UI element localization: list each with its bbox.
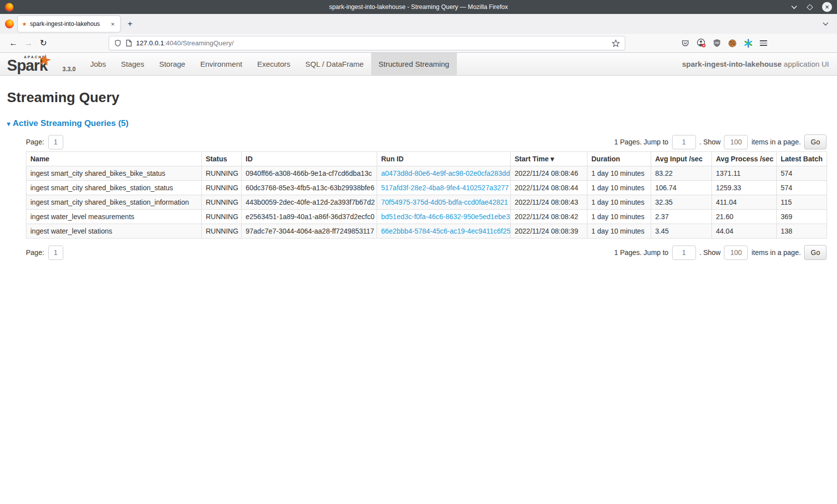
ublock-shield-icon[interactable]: UO [713,39,721,47]
cell-avg-input: 83.22 [651,166,712,181]
window-title: spark-ingest-into-lakehouse - Streaming … [0,3,837,10]
nav-item-stages[interactable]: Stages [114,53,152,75]
nav-item-sql-dataframe[interactable]: SQL / DataFrame [298,53,371,75]
jump-to-input[interactable] [672,246,696,260]
table-row: ingest water_level measurementsRUNNINGe2… [26,210,827,224]
cookie-extension-icon[interactable] [728,39,737,48]
cell-name: ingest water_level stations [26,224,202,239]
table-row: ingest smart_city shared_bikes_bike_stat… [26,166,827,181]
col-header-duration[interactable]: Duration [587,152,651,166]
cell-run-id: bd51ed3c-f0fa-46c6-8632-950e5ed1ebe3 [377,210,511,224]
browser-tabbar: ★ spark-ingest-into-lakehous × + [0,14,837,34]
table-row: ingest smart_city shared_bikes_station_i… [26,195,827,210]
col-header-start-time[interactable]: Start Time ▾ [511,152,587,166]
url-bar[interactable]: 127.0.0.1:4040/StreamingQuery/ [109,36,625,50]
cell-avg-input: 3.45 [651,224,712,239]
tab-close-button[interactable]: × [109,20,116,28]
window-maximize-button[interactable] [808,2,812,11]
shield-icon[interactable] [114,39,122,47]
spark-logo[interactable]: APACHE Spark ★ 3.3.0 [7,53,70,75]
items-per-page-input[interactable] [724,135,748,149]
url-path: :4040/StreamingQuery/ [164,39,234,47]
account-extension-icon[interactable] [697,38,706,48]
back-button[interactable]: ← [6,38,21,48]
page-info-icon[interactable] [126,39,132,47]
page-number-input[interactable] [48,246,63,260]
asterisk-extension-icon[interactable] [744,39,753,48]
cell-avg-input: 106.74 [651,181,712,195]
cell-start-time: 2022/11/24 08:08:42 [511,210,587,224]
active-queries-section-toggle[interactable]: ▾Active Streaming Queries (5) [7,119,837,128]
cell-status: RUNNING [202,195,242,210]
bookmark-star-icon[interactable] [612,39,620,47]
cell-duration: 1 day 10 minutes [587,195,651,210]
run-id-link[interactable]: 70f54975-375d-4d05-bdfa-ccd0fae42821 [381,198,508,206]
cell-id: e2563451-1a89-40a1-a86f-36d37d2ecfc0 [242,210,377,224]
nav-item-jobs[interactable]: Jobs [83,53,114,75]
cell-status: RUNNING [202,224,242,239]
cell-latest-batch: 574 [777,166,827,181]
run-id-link[interactable]: bd51ed3c-f0fa-46c6-8632-950e5ed1ebe3 [381,213,510,221]
spark-version: 3.3.0 [62,66,76,73]
run-id-link[interactable]: 66e2bbb4-5784-45c6-ac19-4ec9411c6f25 [381,227,511,235]
cell-avg-process: 411.04 [712,195,777,210]
col-header-id[interactable]: ID [242,152,377,166]
pages-summary: 1 Pages. Jump to [614,138,669,146]
pages-summary: 1 Pages. Jump to [614,249,669,256]
nav-item-environment[interactable]: Environment [193,53,250,75]
nav-item-storage[interactable]: Storage [151,53,193,75]
spark-star-icon: ★ [36,50,53,70]
menu-icon[interactable] [760,39,767,47]
items-per-page-input[interactable] [724,246,748,260]
pocket-icon[interactable] [681,39,690,47]
cell-start-time: 2022/11/24 08:08:43 [511,195,587,210]
browser-tab[interactable]: ★ spark-ingest-into-lakehous × [18,16,120,32]
svg-text:UO: UO [715,41,719,44]
reload-button[interactable]: ↻ [36,38,51,48]
go-button[interactable]: Go [804,245,827,260]
url-text: 127.0.0.1:4040/StreamingQuery/ [136,39,234,47]
tab-title: spark-ingest-into-lakehous [30,20,107,27]
cell-run-id: 70f54975-375d-4d05-bdfa-ccd0fae42821 [377,195,511,210]
table-header-row: Name Status ID Run ID Start Time ▾ Durat… [26,152,827,166]
cell-run-id: 517afd3f-28e2-4ba8-9fe4-4102527a3277 [377,181,511,195]
application-title: spark-ingest-into-lakehouse application … [682,60,837,68]
section-title: Active Streaming Queries (5) [13,119,129,128]
jump-to-input[interactable] [672,135,696,149]
firefox-logo-icon [5,3,13,11]
forward-button[interactable]: → [21,38,36,48]
cell-latest-batch: 115 [777,195,827,210]
page-label: Page: [26,138,44,146]
list-all-tabs-button[interactable] [818,21,833,26]
pagination-top: Page: 1 Pages. Jump to . Show items in a… [26,134,827,149]
run-id-link[interactable]: a0473d8d-80e6-4e9f-ac98-02e0cfa283dd [381,169,510,177]
cell-name: ingest smart_city shared_bikes_station_s… [26,181,202,195]
col-header-avg-input[interactable]: Avg Input /sec [651,152,712,166]
window-close-button[interactable]: × [822,2,832,12]
cell-avg-input: 2.37 [651,210,712,224]
page-number-input[interactable] [48,135,63,149]
spark-nav-menu: Jobs Stages Storage Environment Executor… [83,53,457,75]
cell-duration: 1 day 10 minutes [587,210,651,224]
cell-avg-input: 32.35 [651,195,712,210]
cell-avg-process: 1259.33 [712,181,777,195]
application-name: spark-ingest-into-lakehouse [682,60,782,68]
col-header-avg-process[interactable]: Avg Process /sec [712,152,777,166]
col-header-status[interactable]: Status [202,152,242,166]
nav-item-structured-streaming[interactable]: Structured Streaming [371,53,457,75]
cell-id: 60dc3768-85e3-4fb5-a13c-63b29938bfe6 [242,181,377,195]
col-header-name[interactable]: Name [26,152,202,166]
spark-favicon-icon: ★ [22,21,27,27]
cell-latest-batch: 138 [777,224,827,239]
cell-status: RUNNING [202,166,242,181]
go-button[interactable]: Go [804,134,827,149]
run-id-link[interactable]: 517afd3f-28e2-4ba8-9fe4-4102527a3277 [381,184,509,192]
window-minimize-button[interactable] [791,4,798,9]
col-header-run-id[interactable]: Run ID [377,152,511,166]
firefox-view-icon[interactable] [5,19,14,28]
col-header-latest-batch[interactable]: Latest Batch [777,152,827,166]
nav-item-executors[interactable]: Executors [250,53,298,75]
cell-avg-process: 21.60 [712,210,777,224]
page-label: Page: [26,249,44,256]
new-tab-button[interactable]: + [123,17,137,31]
